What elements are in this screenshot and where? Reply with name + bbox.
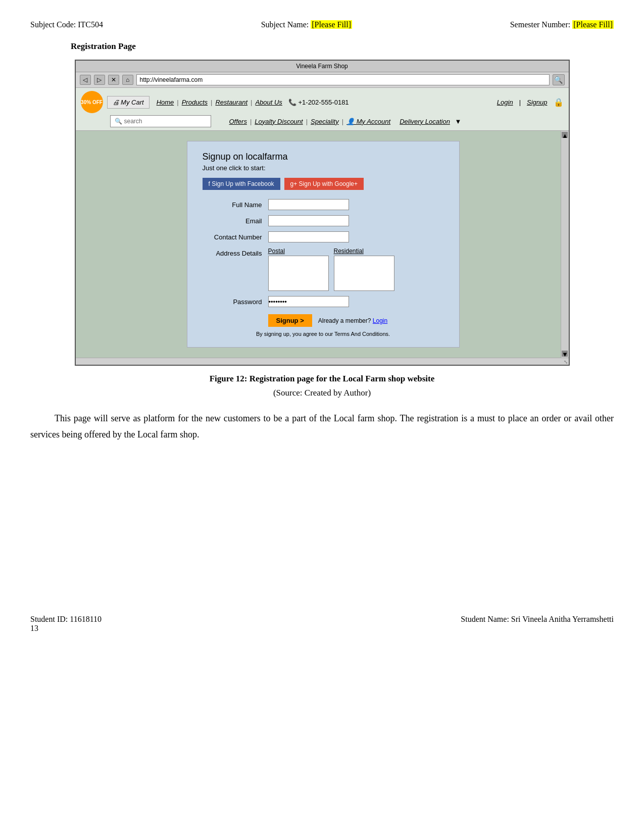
facebook-signup-button[interactable]: f Sign Up with Facebook (203, 178, 280, 190)
login-link[interactable]: Login (495, 99, 515, 106)
person-icon: 🔒 (554, 97, 564, 107)
postal-textarea[interactable] (268, 256, 329, 291)
postal-label: Postal (268, 248, 285, 255)
address-bar[interactable] (136, 74, 550, 85)
nav-speciality[interactable]: Speciality (308, 118, 342, 125)
residential-group: Residential (334, 248, 394, 291)
residential-textarea[interactable] (334, 256, 394, 291)
login-divider: | (519, 99, 521, 106)
address-fields: Postal Residential (268, 248, 394, 291)
social-buttons: f Sign Up with Facebook g+ Sign Up with … (203, 178, 444, 190)
nav-loyalty-discount[interactable]: Loyalty Discount (252, 118, 306, 125)
body-paragraph: This page will serve as platform for the… (30, 410, 614, 443)
postal-group: Postal (268, 248, 329, 291)
nav-forward-button[interactable]: ▷ (94, 75, 105, 85)
nav-restaurant[interactable]: Restaurant (212, 99, 251, 106)
email-label: Email (203, 217, 268, 225)
browser-window: Vineela Farm Shop ◁ ▷ ✕ ⌂ 🔍 30% OFF 🖨 My… (75, 60, 570, 366)
search-bar[interactable]: 🔍 search (110, 115, 211, 127)
scrollbar-down[interactable]: ▼ (562, 351, 568, 357)
nav-my-account[interactable]: 👤 My Account (343, 118, 393, 125)
signup-link[interactable]: Signup (525, 99, 549, 106)
google-signup-button[interactable]: g+ Sign Up with Google+ (284, 178, 364, 190)
contact-label: Contact Number (203, 233, 268, 241)
already-member-text: Already a member? Login (318, 317, 387, 324)
contact-input[interactable] (268, 231, 349, 242)
nav-products[interactable]: Products (179, 99, 211, 106)
search-placeholder: search (124, 118, 142, 125)
subject-name: Subject Name: [Please Fill] (261, 20, 352, 29)
browser-titlebar: Vineela Farm Shop (76, 61, 569, 72)
phone-number: 📞 +1-202-555-0181 (285, 99, 352, 106)
full-name-row: Full Name (203, 199, 444, 210)
student-name: Student Name: Sri Vineela Anitha Yerrams… (461, 615, 614, 633)
full-name-input[interactable] (268, 199, 349, 210)
already-login-link[interactable]: Login (373, 317, 387, 324)
nav-about-us[interactable]: About Us (252, 99, 285, 106)
doc-header: Subject Code: ITC504 Subject Name: [Plea… (30, 20, 614, 29)
password-input[interactable] (268, 296, 349, 307)
site-nav-bottom: 🔍 search Offers | Loyalty Discount | Spe… (76, 114, 569, 130)
browser-inner: Signup on localfarma Just one click to s… (76, 131, 569, 358)
address-row: Address Details Postal Residential (203, 248, 444, 291)
nav-home-button[interactable]: ⌂ (122, 75, 133, 85)
password-label: Password (203, 298, 268, 306)
subject-name-fill: [Please Fill] (311, 20, 352, 29)
search-icon: 🔍 (115, 118, 122, 125)
delivery-arrow: ▼ (455, 118, 462, 125)
email-row: Email (203, 215, 444, 226)
browser-title: Vineela Farm Shop (296, 63, 348, 70)
nav-back-button[interactable]: ◁ (80, 75, 91, 85)
page-number: 13 (30, 624, 102, 633)
nav-close-button[interactable]: ✕ (108, 75, 119, 85)
site-nav-top: 30% OFF 🖨 My Cart Home | Products | Rest… (76, 88, 569, 114)
doc-footer: Student ID: 11618110 13 Student Name: Sr… (30, 615, 614, 633)
nav-offers[interactable]: Offers (226, 118, 250, 125)
nav-home[interactable]: Home (154, 99, 177, 106)
figure-caption: Figure 12: Registration page for the Loc… (30, 374, 614, 384)
semester: Semester Number: [Please Fill] (510, 20, 614, 29)
full-name-label: Full Name (203, 201, 268, 209)
browser-main: Signup on localfarma Just one click to s… (76, 131, 561, 358)
email-input[interactable] (268, 215, 349, 226)
semester-fill: [Please Fill] (572, 20, 614, 29)
resize-icon: ⤡ (564, 359, 568, 365)
signup-title: Signup on localfarma (203, 152, 444, 162)
site-nav: 30% OFF 🖨 My Cart Home | Products | Rest… (76, 88, 569, 131)
signup-subtitle: Just one click to start: (203, 164, 444, 172)
section-label: Registration Page (71, 41, 614, 52)
scrollbar-up[interactable]: ▲ (562, 132, 568, 138)
address-label: Address Details (203, 248, 268, 257)
subject-code: Subject Code: ITC504 (30, 20, 103, 29)
browser-search-button[interactable]: 🔍 (553, 74, 565, 85)
footer-left: Student ID: 11618110 13 (30, 615, 102, 633)
signup-actions: Signup > Already a member? Login (203, 314, 444, 327)
residential-label: Residential (334, 248, 364, 255)
browser-footer: ⤡ (76, 358, 569, 365)
password-row: Password (203, 296, 444, 307)
browser-content: Signup on localfarma Just one click to s… (76, 131, 561, 358)
nav-links: Home | Products | Restaurant | About Us … (154, 99, 491, 106)
signup-button[interactable]: Signup > (268, 314, 312, 327)
delivery-location-link[interactable]: Delivery Location (397, 118, 453, 125)
signup-box: Signup on localfarma Just one click to s… (187, 141, 460, 348)
promo-badge: 30% OFF (81, 91, 103, 113)
browser-toolbar: ◁ ▷ ✕ ⌂ 🔍 (76, 72, 569, 88)
source-text: (Source: Created by Author) (30, 388, 614, 398)
terms-text: By signing up, you agree to our Terms An… (203, 331, 444, 337)
student-id: Student ID: 11618110 (30, 615, 102, 624)
cart-button[interactable]: 🖨 My Cart (107, 96, 150, 109)
contact-row: Contact Number (203, 231, 444, 242)
